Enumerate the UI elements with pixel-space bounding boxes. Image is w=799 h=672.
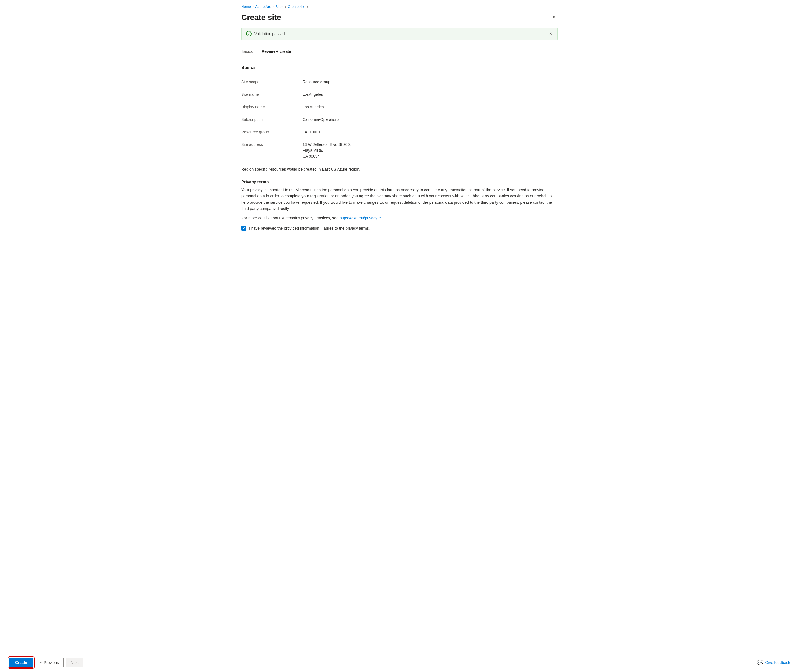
label-site-name: Site name xyxy=(241,91,303,97)
checkbox-check-icon: ✓ xyxy=(242,226,245,230)
breadcrumb-home[interactable]: Home xyxy=(241,5,251,9)
label-site-scope: Site scope xyxy=(241,79,303,84)
privacy-link-row: For more details about Microsoft's priva… xyxy=(241,216,558,220)
tab-basics[interactable]: Basics xyxy=(241,46,257,57)
value-site-address: 13 W Jefferson Blvd St 200, Playa Vista,… xyxy=(303,142,558,159)
dismiss-validation-button[interactable]: × xyxy=(548,30,553,37)
give-feedback-link[interactable]: 💬 Give feedback xyxy=(757,659,790,666)
tabs-container: Basics Review + create xyxy=(241,46,558,58)
feedback-label: Give feedback xyxy=(765,660,790,665)
external-link-icon: ↗ xyxy=(378,216,381,220)
privacy-checkbox-label: I have reviewed the provided information… xyxy=(249,226,370,230)
privacy-link-prefix: For more details about Microsoft's priva… xyxy=(241,216,339,220)
breadcrumb-sites[interactable]: Sites xyxy=(275,5,283,9)
breadcrumb-sep-2: › xyxy=(273,5,274,8)
privacy-checkbox[interactable]: ✓ xyxy=(241,226,246,231)
field-subscription: Subscription California-Operations xyxy=(241,113,558,126)
validation-text: Validation passed xyxy=(254,32,285,36)
privacy-checkbox-row: ✓ I have reviewed the provided informati… xyxy=(241,226,558,231)
previous-button[interactable]: < Previous xyxy=(36,658,64,667)
region-note: Region specific resources would be creat… xyxy=(241,167,558,171)
label-resource-group: Resource group xyxy=(241,129,303,134)
breadcrumb-sep-4: › xyxy=(307,5,308,8)
field-site-name: Site name LosAngeles xyxy=(241,88,558,101)
breadcrumb: Home › Azure Arc › Sites › Create site › xyxy=(241,5,558,9)
label-site-address: Site address xyxy=(241,142,303,147)
value-display-name: Los Angeles xyxy=(303,104,558,110)
breadcrumb-sep-1: › xyxy=(253,5,254,8)
feedback-icon: 💬 xyxy=(757,659,763,666)
validation-left: ✓ Validation passed xyxy=(246,31,285,37)
field-display-name: Display name Los Angeles xyxy=(241,101,558,113)
value-resource-group: LA_10001 xyxy=(303,129,558,135)
close-button[interactable]: × xyxy=(550,13,558,21)
value-subscription: California-Operations xyxy=(303,117,558,123)
privacy-body: Your privacy is important to us. Microso… xyxy=(241,187,558,212)
create-button[interactable]: Create xyxy=(9,658,34,667)
label-display-name: Display name xyxy=(241,104,303,109)
breadcrumb-create-site[interactable]: Create site xyxy=(288,5,305,9)
value-site-scope: Resource group xyxy=(303,79,558,85)
field-site-scope: Site scope Resource group xyxy=(241,76,558,88)
next-button: Next xyxy=(66,658,83,667)
validation-icon: ✓ xyxy=(246,31,252,37)
tab-review-create[interactable]: Review + create xyxy=(257,46,295,57)
breadcrumb-azure-arc[interactable]: Azure Arc xyxy=(255,5,271,9)
privacy-heading: Privacy terms xyxy=(241,179,558,184)
field-resource-group: Resource group LA_10001 xyxy=(241,126,558,138)
basics-section: Basics Site scope Resource group Site na… xyxy=(241,65,558,171)
footer-bar: Create < Previous Next 💬 Give feedback xyxy=(0,653,799,672)
privacy-link[interactable]: https://aka.ms/privacy xyxy=(340,216,377,220)
privacy-section: Privacy terms Your privacy is important … xyxy=(241,179,558,231)
validation-banner: ✓ Validation passed × xyxy=(241,27,558,40)
footer-buttons: Create < Previous Next xyxy=(9,658,83,667)
value-site-name: LosAngeles xyxy=(303,91,558,98)
field-site-address: Site address 13 W Jefferson Blvd St 200,… xyxy=(241,138,558,163)
page-title: Create site xyxy=(241,13,281,22)
basics-heading: Basics xyxy=(241,65,558,70)
label-subscription: Subscription xyxy=(241,117,303,122)
page-title-row: Create site × xyxy=(241,13,558,22)
breadcrumb-sep-3: › xyxy=(285,5,286,8)
